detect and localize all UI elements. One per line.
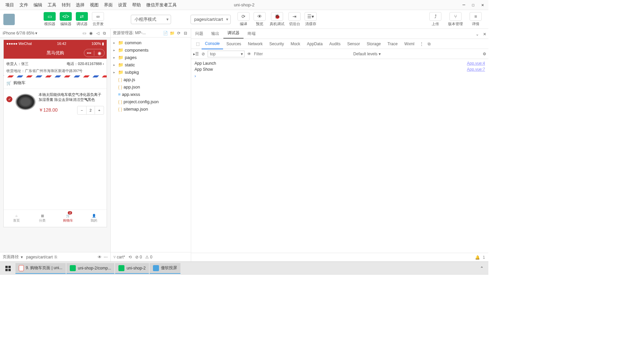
subtab-sources[interactable]: Sources <box>223 39 245 49</box>
menu-project[interactable]: 项目 <box>3 1 17 9</box>
devtools-dock-icon[interactable]: ⧉ <box>426 42 433 46</box>
product-image[interactable] <box>15 94 36 110</box>
folder-common[interactable]: ▸📁common <box>111 39 191 46</box>
qty-plus-button[interactable]: + <box>95 106 104 114</box>
subtab-mock[interactable]: Mock <box>287 39 304 49</box>
record-icon[interactable]: ◉ <box>88 31 94 36</box>
item-checkbox[interactable]: ✓ <box>6 96 12 102</box>
tab-cart[interactable]: 🛒购物车2 <box>55 210 81 227</box>
console-settings-icon[interactable]: ⚙ <box>483 52 486 56</box>
levels-dropdown[interactable]: Default levels ▾ <box>353 52 380 56</box>
background-button[interactable]: ⇥切后台 <box>288 12 301 26</box>
tab-category[interactable]: ▦分类 <box>30 210 55 227</box>
remote-debug-button[interactable]: 🐞真机调试 <box>270 12 284 26</box>
tab-output[interactable]: 输出 <box>207 29 223 39</box>
new-folder-icon[interactable]: 📁 <box>169 31 175 36</box>
folder-subpkg[interactable]: ▸📁subpkg <box>111 68 191 76</box>
debugger-toggle[interactable]: ⇄调试器 <box>76 12 88 26</box>
subtab-sensor[interactable]: Sensor <box>344 39 363 49</box>
console-prompt[interactable]: › <box>195 72 485 78</box>
console-sidebar-icon[interactable]: ▸☰ <box>193 52 199 56</box>
popout-icon[interactable]: ⧉ <box>101 31 108 36</box>
subtab-console[interactable]: Console <box>202 39 223 49</box>
collapse-panel-icon[interactable]: ⌄ <box>474 30 481 39</box>
subtab-appdata[interactable]: AppData <box>304 39 326 49</box>
tab-mine[interactable]: 👤我的 <box>81 210 107 227</box>
filter-input[interactable] <box>254 51 351 57</box>
capsule-menu-icon[interactable]: ••• <box>84 51 94 56</box>
maximize-button[interactable]: ☐ <box>469 2 478 8</box>
rotate-icon[interactable]: ▭ <box>81 31 88 36</box>
version-button[interactable]: ⑂版本管理 <box>448 12 463 26</box>
subtab-wxml[interactable]: Wxml <box>401 39 418 49</box>
upload-button[interactable]: ⤴上传 <box>429 12 441 26</box>
subtab-security[interactable]: Security <box>266 39 287 49</box>
capsule-close-icon[interactable]: ◉ <box>94 51 104 56</box>
minimize-button[interactable]: ─ <box>460 2 468 8</box>
folder-components[interactable]: ▸📁components <box>111 46 191 54</box>
menu-interface[interactable]: 界面 <box>101 1 115 9</box>
subtab-trace[interactable]: Trace <box>384 39 401 49</box>
tab-debugger[interactable]: 调试器 <box>223 28 244 39</box>
taskbar-item[interactable]: 傲软投屏 <box>150 263 180 274</box>
taskbar-item[interactable]: uni-shop-2 <box>115 263 149 274</box>
menu-view[interactable]: 视图 <box>87 1 101 9</box>
compile-button[interactable]: ⟳编译 <box>237 12 250 26</box>
tab-terminal[interactable]: 终端 <box>244 29 260 39</box>
start-button[interactable] <box>1 263 15 274</box>
menu-wechat-devtools[interactable]: 微信开发者工具 <box>144 1 179 9</box>
log-source-link[interactable]: App.vue:4 <box>467 61 485 66</box>
menu-settings[interactable]: 设置 <box>115 1 129 9</box>
address-card[interactable]: 收货人：张三 电话：020-81167888 › 收货地址：广东省广州市海珠区新… <box>4 59 107 75</box>
inspect-icon[interactable]: ⬚ <box>194 42 202 46</box>
device-selector[interactable]: iPhone 6/7/8 85% <box>3 31 35 36</box>
more-icon[interactable]: ⋯ <box>104 255 108 259</box>
bell-icon[interactable]: 🔔 <box>475 255 480 260</box>
file-sitemap-json[interactable]: { }sitemap.json <box>111 105 191 113</box>
new-file-icon[interactable]: 📄 <box>162 31 169 36</box>
menu-edit[interactable]: 编辑 <box>31 1 45 9</box>
folder-pages[interactable]: ▸📁pages <box>111 54 191 61</box>
menu-file[interactable]: 文件 <box>17 1 31 9</box>
subtab-audits[interactable]: Audits <box>326 39 344 49</box>
menu-help[interactable]: 帮助 <box>129 1 144 9</box>
clear-console-icon[interactable]: ⊘ <box>202 52 205 56</box>
page-dropdown[interactable]: pages/cart/cart <box>191 15 231 24</box>
close-button[interactable]: ✕ <box>478 2 487 8</box>
mode-dropdown[interactable]: 小程序模式 <box>131 15 171 24</box>
context-dropdown[interactable]: top <box>208 51 245 57</box>
refresh-icon[interactable]: ⟳ <box>175 31 182 36</box>
cloud-dev-button[interactable]: ∞云开发 <box>92 12 104 26</box>
taskbar-item[interactable]: uni-shop-2/comp... <box>66 263 114 274</box>
subtab-storage[interactable]: Storage <box>363 39 384 49</box>
file-app-wxss[interactable]: ≡app.wxss <box>111 90 191 98</box>
editor-toggle[interactable]: </>编辑器 <box>60 12 72 26</box>
tray-chevron-icon[interactable]: ⌃ <box>477 266 487 271</box>
folder-static[interactable]: ▸📁static <box>111 61 191 68</box>
eye-icon[interactable]: 👁 <box>98 255 102 259</box>
copy-path-icon[interactable]: ⎘ <box>55 255 57 259</box>
menu-select[interactable]: 选择 <box>73 1 87 9</box>
qty-minus-button[interactable]: − <box>77 106 86 114</box>
close-panel-icon[interactable]: ✕ <box>481 30 488 39</box>
clear-cache-button[interactable]: ☰▾清缓存 <box>305 12 317 26</box>
tab-problems[interactable]: 问题 <box>191 29 207 39</box>
git-branch[interactable]: ⑂ cart* <box>113 255 125 259</box>
warning-count[interactable]: ⚠ 0 <box>145 255 152 259</box>
tab-home[interactable]: ⌂首页 <box>4 210 30 227</box>
taskbar-item[interactable]: 9. 购物车页面 | uni... <box>15 263 66 274</box>
simulator-toggle[interactable]: ▭模拟器 <box>44 12 56 26</box>
subtab-network[interactable]: Network <box>245 39 266 49</box>
avatar[interactable] <box>3 14 15 25</box>
sync-icon[interactable]: ⟲ <box>128 255 132 259</box>
back-icon[interactable]: ◁ <box>94 31 101 36</box>
file-app-json[interactable]: { }app.json <box>111 83 191 90</box>
live-expression-icon[interactable]: 👁 <box>247 52 251 56</box>
devtools-menu-icon[interactable]: ⋮ <box>418 42 426 46</box>
log-source-link[interactable]: App.vue:7 <box>467 67 485 72</box>
details-button[interactable]: ≡详情 <box>470 12 482 26</box>
preview-button[interactable]: 👁预览 <box>254 12 266 26</box>
collapse-icon[interactable]: ⊟ <box>182 31 189 36</box>
file-project-config[interactable]: { }project.config.json <box>111 98 191 105</box>
error-count[interactable]: ⊘ 0 <box>135 255 142 259</box>
